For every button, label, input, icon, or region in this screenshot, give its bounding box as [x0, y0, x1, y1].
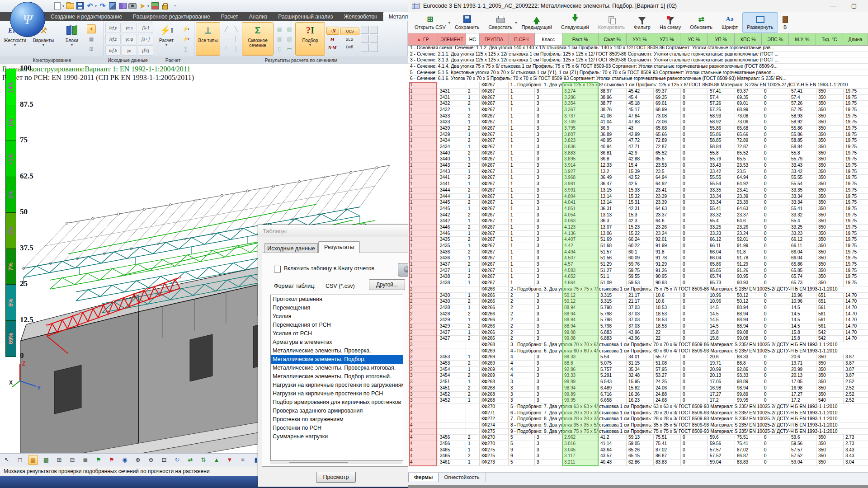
snapshot-icon[interactable]: [128, 2, 137, 10]
beam-icon[interactable]: ─: [222, 34, 231, 43]
table-row[interactable]: 134381КФ267134.66451.0959.5390.93065.739…: [408, 280, 868, 286]
ribbon-tab-5[interactable]: Расширенный анализ: [273, 12, 338, 21]
subsection-header-row[interactable]: 4КФ2748 - Подобрано: 9. Два уголка 35 х …: [408, 422, 868, 429]
list-horizontal-scrollbar[interactable]: [270, 461, 402, 464]
all-types-button[interactable]: ⊥ Все типы: [196, 22, 220, 56]
toolbar-button-Следующий[interactable]: Следующий: [557, 12, 594, 33]
rotate-view-icon[interactable]: ↻: [172, 455, 182, 465]
section-f-icon[interactable]: ▭: [285, 44, 294, 53]
rod-icon[interactable]: ╱: [222, 24, 231, 33]
list-item[interactable]: Металлические элементы. Подбор итоговый.: [271, 372, 403, 381]
formula-button[interactable]: γc.φ: [122, 34, 137, 44]
force-chip-+N[interactable]: +N: [326, 27, 339, 35]
table-row[interactable]: 234292КФ2662388.945.79837.0318.53014.588…: [408, 324, 868, 330]
new-document-icon[interactable]: [53, 2, 61, 10]
list-item[interactable]: Перемещения: [271, 304, 403, 312]
table-row[interactable]: 234302КФ2662350.123.31521.1710.6010.9650…: [408, 299, 868, 305]
toolbar-button-Шрифт[interactable]: AaШрифт: [717, 12, 742, 33]
list-item[interactable]: Протокол решения: [271, 295, 403, 304]
toolbar-button-Обновить[interactable]: ⇄Обновить: [685, 12, 717, 33]
mosaic-icon[interactable]: ▦: [28, 455, 38, 465]
table-row[interactable]: 434611КФ273533.21140.4362.8683.83059.048…: [408, 460, 868, 466]
table-row[interactable]: 134361КФ267134.50751.5660.0991.78066.049…: [408, 255, 868, 262]
blocks-button[interactable]: Блоки ▾: [58, 22, 85, 56]
section-header-row[interactable]: 6 - Сечение: 6.1.6. Уголок 70 х 70 х 5 П…: [408, 76, 868, 82]
list-item[interactable]: Подбор армирования для кирпичных простен…: [271, 398, 403, 407]
list-item[interactable]: Усилия от РСН: [271, 329, 403, 338]
toolbar-button-Развернуть[interactable]: Развернуть: [742, 12, 778, 33]
subsection-header-row[interactable]: 3КФ2683 - Подобрано: 5. Два уголка 70 х …: [408, 342, 868, 348]
section-d-icon[interactable]: ▧: [285, 34, 294, 43]
limit-state-ULS[interactable]: ULS: [340, 28, 359, 35]
tie-icon[interactable]: ┼: [231, 44, 241, 53]
table-row[interactable]: 134402КФ267133.88336.8142.965.52055.865.…: [408, 150, 868, 157]
toolbar-button-Открыть CSV[interactable]: ⊞Открыть CSV▾: [410, 12, 450, 33]
limit-state-Defl[interactable]: Defl: [340, 44, 359, 51]
column-header-КПС %[interactable]: КПС %: [735, 33, 762, 45]
section-header-row[interactable]: 1 - Основная схема: Сечение: 1.1.2. Два …: [408, 45, 868, 52]
table-body[interactable]: 1 - Основная схема: Сечение: 1.1.2. Два …: [408, 45, 868, 466]
app-logo-icon[interactable]: Ψ: [10, 2, 45, 37]
isofields-icon[interactable]: ▩: [41, 455, 51, 465]
other-format-button[interactable]: Другой...: [369, 279, 405, 290]
ribbon-tab-6[interactable]: Железобетон: [338, 12, 382, 21]
section-e-icon[interactable]: ▯: [275, 44, 284, 53]
section-c-icon[interactable]: ▥: [275, 34, 284, 43]
help-book-icon[interactable]: [118, 2, 127, 10]
column-header-УZ1 %[interactable]: УZ1 %: [653, 33, 680, 45]
assembly-icon[interactable]: [151, 2, 159, 10]
sort-ascending-icon[interactable]: ▲: [417, 37, 421, 42]
ghost-icon[interactable]: [361, 35, 369, 43]
toolbar-button-В[interactable]: В: [778, 12, 793, 33]
formula-button[interactable]: γc.s: [122, 23, 137, 33]
dropdown-caret-icon[interactable]: ▾: [147, 4, 149, 8]
table-window-title-bar[interactable]: Eurocode 3 EN 1993-1-1_2005_AC_2009222: …: [408, 0, 868, 12]
table-row[interactable]: 134331КФ267133.74941.0447.8373.06058.927…: [408, 119, 868, 126]
column-header-ЭПС %[interactable]: ЭПС %: [762, 33, 789, 45]
column-header-ЭЛЕМЕНТ[interactable]: ЭЛЕМЕНТ: [438, 33, 466, 45]
sheet-tab-Фермы[interactable]: Фермы: [408, 473, 439, 482]
table-row[interactable]: 134341КФ267133.83640.9447.7172.87058.847…: [408, 144, 868, 150]
table-row[interactable]: 234272КФ2662399.086.88343.9622015.899.08…: [408, 336, 868, 342]
ghost-icon[interactable]: [361, 44, 369, 52]
column-header-УУ1 %[interactable]: УУ1 %: [627, 33, 654, 45]
toolbar-button-Фильтр[interactable]: Фильтр: [629, 12, 655, 33]
table-row[interactable]: 134312КФ267133.27438.9745.4269.37057.416…: [408, 89, 868, 95]
table-row[interactable]: 334531КФ2694388.335.5434.0155.77020.688.…: [408, 354, 868, 361]
toolbar-button-Сверстать[interactable]: Сверстать▾: [484, 12, 517, 33]
table-header-row[interactable]: ▲ГРЭЛЕМЕНТНСГРУППАП.СЕЧКлассРаст %Сжат %…: [408, 33, 868, 46]
ribbon-tab-2[interactable]: Расширенное редактирование: [127, 12, 216, 21]
through-section-button[interactable]: Σ Сквозное сечение: [242, 22, 274, 56]
table-row[interactable]: 134351КФ267134.4251.6860.2291.99066.1191…: [408, 243, 868, 249]
table-row[interactable]: 134421КФ267134.06336.342.364.6055.464.60…: [408, 218, 868, 225]
ghost-icon[interactable]: [370, 26, 378, 34]
subsection-header-row[interactable]: 3КФ2694 - Подобрано: 6. Два уголка 60 х …: [408, 348, 868, 355]
table-row[interactable]: 334512КФ2683398.946.48915.8224.06016.989…: [408, 385, 868, 392]
flag-green-icon[interactable]: ⚑: [94, 455, 104, 465]
list-item[interactable]: Простенки по загружениям: [271, 415, 403, 424]
toolbar-button-Предыдущий[interactable]: Предыдущий: [517, 12, 557, 33]
list-item[interactable]: Усилия: [271, 312, 403, 321]
table-row[interactable]: 334511КФ2683398.896.54315.9524.25017.059…: [408, 379, 868, 385]
minimize-button[interactable]: —: [825, 1, 842, 10]
subsection-header-row[interactable]: 4КФ2716 - Подобрано: 7. Два уголка 20 х …: [408, 410, 868, 417]
formula-button[interactable]: lef,y: [105, 23, 121, 33]
list-item[interactable]: Нагрузки на кирпичные простенки по загру…: [271, 381, 403, 389]
table-row[interactable]: 134401КФ267133.89536.842.8865.5055.7965.…: [408, 156, 868, 163]
table-row[interactable]: 134342КФ267133.82340.9547.7272.89058.857…: [408, 138, 868, 144]
column-header-ГРУППА[interactable]: ГРУППА: [480, 33, 509, 45]
include-in-report-checkbox[interactable]: [274, 266, 281, 272]
table-row[interactable]: 134431КФ267133.92713.215.3923.5033.4223.…: [408, 169, 868, 175]
column-header-Длина[interactable]: Длина: [843, 33, 868, 45]
calculate-button[interactable]: ⚡I Расчет ▾: [153, 22, 180, 56]
table-row[interactable]: 234291КФ2662388.945.79837.0318.53014.588…: [408, 317, 868, 324]
fit-view-icon[interactable]: ⊡: [159, 455, 169, 465]
list-item[interactable]: Перемещения от РСН: [271, 321, 403, 329]
table-row[interactable]: 334541КФ2694392.865.75735.3457.95020.999…: [408, 367, 868, 373]
column-header-Раст %[interactable]: Раст %: [562, 33, 599, 45]
flag-red-icon[interactable]: ⚑: [107, 455, 117, 465]
table-row[interactable]: 334542КФ2694393.335.29132.4853.27020.139…: [408, 373, 868, 379]
force-chip-M[interactable]: M: [326, 36, 338, 43]
table-row[interactable]: 134322КФ267133.35438.7745.1869.01057.266…: [408, 101, 868, 107]
ghost-icon[interactable]: [370, 44, 378, 52]
